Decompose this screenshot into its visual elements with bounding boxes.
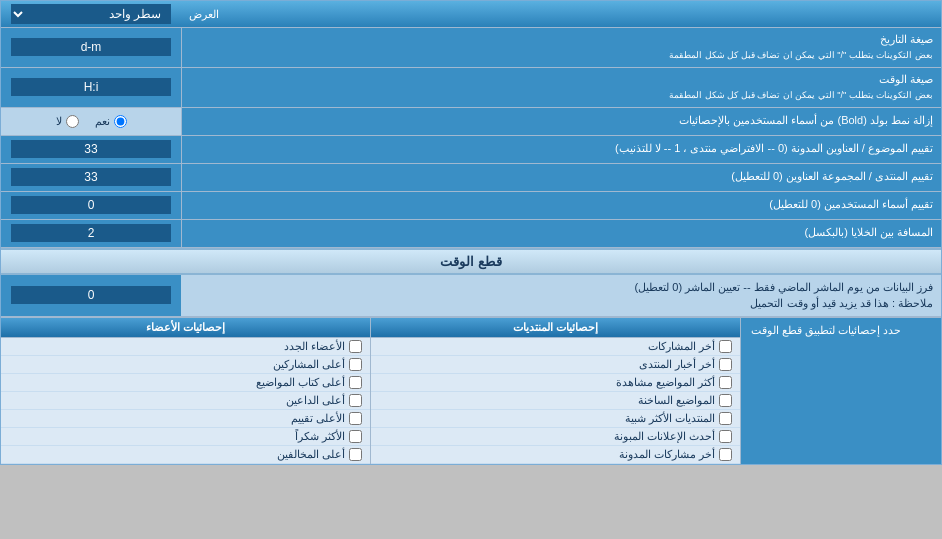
list-item: المواضيع الساخنة — [371, 392, 740, 410]
bold-yes-option[interactable]: نعم — [95, 115, 127, 128]
list-item: الأعضاء الجدد — [1, 338, 370, 356]
bold-no-radio[interactable] — [66, 115, 79, 128]
member-item-7-checkbox[interactable] — [349, 448, 362, 461]
forum-item-2-checkbox[interactable] — [719, 358, 732, 371]
display-dropdown[interactable]: سطر واحد سطرين ثلاثة أسطر — [11, 4, 171, 24]
forum-order-input-cell — [1, 164, 181, 191]
member-item-2-checkbox[interactable] — [349, 358, 362, 371]
topic-order-row: تقييم الموضوع / العناوين المدونة (0 -- ا… — [1, 136, 941, 164]
user-order-row: تقييم أسماء المستخدمين (0 للتعطيل) — [1, 192, 941, 220]
cutoff-data-input[interactable] — [11, 286, 171, 304]
main-container: العرض سطر واحد سطرين ثلاثة أسطر صيغة الت… — [0, 0, 942, 465]
forum-order-label: تقييم المنتدى / المجموعة العناوين (0 للت… — [181, 164, 941, 191]
forum-item-7-checkbox[interactable] — [719, 448, 732, 461]
cutoff-data-label: فرز البيانات من يوم الماشر الماضي فقط --… — [181, 275, 941, 316]
forum-item-6-checkbox[interactable] — [719, 430, 732, 443]
list-item: المنتديات الأكثر شبية — [371, 410, 740, 428]
member-item-1-checkbox[interactable] — [349, 340, 362, 353]
display-dropdown-cell: سطر واحد سطرين ثلاثة أسطر — [1, 1, 181, 27]
cutoff-data-input-cell — [1, 275, 181, 316]
forum-item-4-checkbox[interactable] — [719, 394, 732, 407]
members-column: إحصائيات الأعضاء الأعضاء الجدد أعلى المش… — [1, 318, 370, 464]
list-item: الأكثر شكراً — [1, 428, 370, 446]
list-item: أحدث الإعلانات المبونة — [371, 428, 740, 446]
cell-spacing-label: المسافة بين الخلايا (بالبكسل) — [181, 220, 941, 247]
top-header-row: العرض سطر واحد سطرين ثلاثة أسطر — [1, 1, 941, 28]
time-format-input[interactable] — [11, 78, 171, 96]
display-label: العرض — [181, 1, 941, 27]
time-format-input-cell — [1, 68, 181, 107]
bold-radio-cell: نعم لا — [1, 108, 181, 135]
cell-spacing-input[interactable] — [11, 224, 171, 242]
bold-remove-row: إزالة نمط بولد (Bold) من أسماء المستخدمي… — [1, 108, 941, 136]
forum-order-input[interactable] — [11, 168, 171, 186]
date-format-input[interactable] — [11, 38, 171, 56]
forum-order-row: تقييم المنتدى / المجموعة العناوين (0 للت… — [1, 164, 941, 192]
member-item-3-checkbox[interactable] — [349, 376, 362, 389]
cutoff-section-header: قطع الوقت — [1, 248, 941, 275]
list-item: أخر مشاركات المدونة — [371, 446, 740, 464]
forums-column-header: إحصائيات المنتديات — [371, 318, 740, 338]
user-order-input[interactable] — [11, 196, 171, 214]
cell-spacing-row: المسافة بين الخلايا (بالبكسل) — [1, 220, 941, 248]
forums-column: إحصائيات المنتديات أخر المشاركات أخر أخب… — [370, 318, 741, 464]
user-order-input-cell — [1, 192, 181, 219]
list-item: أعلى المخالفين — [1, 446, 370, 464]
date-format-label: صيغة التاريخبعض التكوينات يتطلب "/" التي… — [181, 28, 941, 67]
date-format-row: صيغة التاريخبعض التكوينات يتطلب "/" التي… — [1, 28, 941, 68]
member-item-5-checkbox[interactable] — [349, 412, 362, 425]
cell-spacing-input-cell — [1, 220, 181, 247]
list-item: أخر المشاركات — [371, 338, 740, 356]
list-item: الأعلى تقييم — [1, 410, 370, 428]
member-item-4-checkbox[interactable] — [349, 394, 362, 407]
time-format-row: صيغة الوقتبعض التكوينات يتطلب "/" التي ي… — [1, 68, 941, 108]
bottom-section: حدد إحصائيات لتطبيق قطع الوقت إحصائيات ا… — [1, 317, 941, 464]
list-item: أعلى كتاب المواضيع — [1, 374, 370, 392]
date-format-input-cell — [1, 28, 181, 67]
list-item: أكثر المواضيع مشاهدة — [371, 374, 740, 392]
list-item: أعلى المشاركين — [1, 356, 370, 374]
list-item: أعلى الداعين — [1, 392, 370, 410]
time-format-label: صيغة الوقتبعض التكوينات يتطلب "/" التي ي… — [181, 68, 941, 107]
bold-remove-label: إزالة نمط بولد (Bold) من أسماء المستخدمي… — [181, 108, 941, 135]
members-column-header: إحصائيات الأعضاء — [1, 318, 370, 338]
cutoff-data-row: فرز البيانات من يوم الماشر الماضي فقط --… — [1, 275, 941, 317]
topic-order-input[interactable] — [11, 140, 171, 158]
topic-order-input-cell — [1, 136, 181, 163]
forum-item-3-checkbox[interactable] — [719, 376, 732, 389]
bold-yes-radio[interactable] — [114, 115, 127, 128]
topic-order-label: تقييم الموضوع / العناوين المدونة (0 -- ا… — [181, 136, 941, 163]
member-item-6-checkbox[interactable] — [349, 430, 362, 443]
list-item: أخر أخبار المنتدى — [371, 356, 740, 374]
apply-cutoff-label: حدد إحصائيات لتطبيق قطع الوقت — [741, 318, 941, 464]
forum-item-5-checkbox[interactable] — [719, 412, 732, 425]
bold-no-option[interactable]: لا — [56, 115, 79, 128]
forum-item-1-checkbox[interactable] — [719, 340, 732, 353]
user-order-label: تقييم أسماء المستخدمين (0 للتعطيل) — [181, 192, 941, 219]
